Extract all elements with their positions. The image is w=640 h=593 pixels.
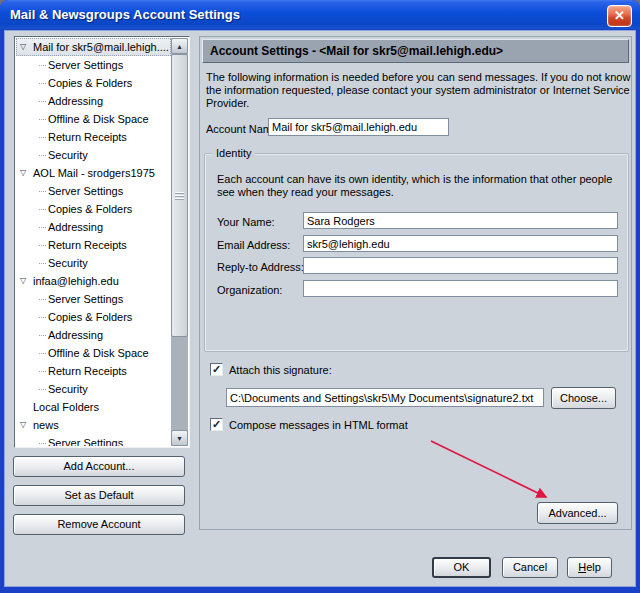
tree-scrollbar[interactable]: ▲ ▼ [171,38,188,446]
add-account-button[interactable]: Add Account... [13,456,185,477]
ok-button[interactable]: OK [432,557,491,578]
tree-item-label: Offline & Disk Space [48,113,149,125]
email-address-input[interactable] [303,235,618,252]
tree-item-label: Security [48,383,88,395]
attach-signature-checkbox[interactable]: ✓ [210,363,223,376]
tree-item-label: Return Receipts [48,239,127,251]
intro-text: The following information is needed befo… [206,71,632,110]
twisty-open-icon[interactable]: ▽ [20,164,33,182]
twisty-open-icon[interactable]: ▽ [20,416,33,434]
tree-item[interactable]: ▽infaa@lehigh.edu [16,272,171,290]
tree-item-label: Mail for skr5@mail.lehigh.... [33,41,169,53]
tree-item-label: Security [48,257,88,269]
tree-item-label: Copies & Folders [48,203,132,215]
tree-item-label: Local Folders [33,401,99,413]
tree-item[interactable]: Copies & Folders [16,74,171,92]
tree-item[interactable]: Offline & Disk Space [16,110,171,128]
identity-legend: Identity [212,147,255,159]
compose-html-checkbox[interactable]: ✓ [210,418,223,431]
choose-signature-button[interactable]: Choose... [551,387,616,409]
tree-item-label: Return Receipts [48,131,127,143]
scrollbar-track[interactable] [171,54,188,430]
tree-item[interactable]: Local Folders [16,398,171,416]
compose-html-label: Compose messages in HTML format [229,419,408,431]
tree-item[interactable]: ▽AOL Mail - srodgers1975 [16,164,171,182]
account-tree: ▽Mail for skr5@mail.lehigh....Server Set… [16,38,171,446]
tree-item[interactable]: ▽Mail for skr5@mail.lehigh.... [16,38,171,56]
tree-item-label: Copies & Folders [48,311,132,323]
set-as-default-button[interactable]: Set as Default [13,485,185,506]
scroll-down-icon: ▼ [176,435,183,442]
tree-item-label: Security [48,149,88,161]
accounts-tree-panel: ▽Mail for skr5@mail.lehigh....Server Set… [14,36,190,448]
scrollbar-thumb[interactable] [171,54,188,337]
tree-item[interactable]: Return Receipts [16,236,171,254]
organization-input[interactable] [303,280,618,297]
advanced-button[interactable]: Advanced... [537,502,618,524]
tree-item[interactable]: Addressing [16,92,171,110]
email-address-label: Email Address: [217,239,290,251]
tree-item-label: infaa@lehigh.edu [33,275,119,287]
organization-label: Organization: [217,284,282,296]
reply-to-label: Reply-to Address: [217,261,304,273]
tree-item[interactable]: ▽news [16,416,171,434]
tree-item-label: Addressing [48,95,103,107]
your-name-input[interactable] [303,212,618,229]
reply-to-input[interactable] [303,257,618,274]
tree-item[interactable]: Server Settings [16,182,171,200]
tree-item[interactable]: Copies & Folders [16,200,171,218]
scroll-down-button[interactable]: ▼ [171,430,188,446]
tree-item[interactable]: Security [16,254,171,272]
tree-item[interactable]: Server Settings [16,56,171,74]
tree-item[interactable]: Copies & Folders [16,308,171,326]
tree-item-label: Copies & Folders [48,77,132,89]
tree-item-label: AOL Mail - srodgers1975 [33,167,155,179]
scroll-up-icon: ▲ [176,43,183,50]
tree-item-label: Return Receipts [48,365,127,377]
window-title: Mail & Newsgroups Account Settings [10,0,240,29]
attach-signature-label: Attach this signature: [229,364,332,376]
pane-title: Account Settings - <Mail for skr5@mail.l… [202,39,629,63]
tree-item[interactable]: Server Settings [16,290,171,308]
tree-item[interactable]: Return Receipts [16,362,171,380]
scroll-up-button[interactable]: ▲ [171,38,188,54]
tree-item[interactable]: Return Receipts [16,128,171,146]
tree-item-label: Server Settings [48,59,123,71]
tree-item-label: Server Settings [48,185,123,197]
tree-item-label: news [33,419,59,431]
tree-item-label: Server Settings [48,293,123,305]
titlebar[interactable]: Mail & Newsgroups Account Settings ✕ [0,0,640,30]
tree-item[interactable]: Security [16,146,171,164]
tree-item-label: Server Settings [48,437,123,446]
tree-item[interactable]: Addressing [16,326,171,344]
account-settings-dialog: Mail & Newsgroups Account Settings ✕ ▽Ma… [0,0,640,593]
scrollbar-grip [175,192,184,200]
tree-item[interactable]: Offline & Disk Space [16,344,171,362]
account-name-input[interactable] [268,118,449,136]
tree-item-label: Addressing [48,221,103,233]
help-button[interactable]: Help [567,557,612,578]
tree-item-label: Offline & Disk Space [48,347,149,359]
close-icon: ✕ [614,8,625,23]
cancel-button[interactable]: Cancel [502,557,558,578]
tree-item[interactable]: Server Settings [16,434,171,446]
identity-description: Each account can have its own identity, … [217,173,623,199]
close-button[interactable]: ✕ [607,5,632,27]
twisty-open-icon[interactable]: ▽ [20,38,33,56]
tree-item[interactable]: Addressing [16,218,171,236]
your-name-label: Your Name: [217,216,275,228]
signature-path-input[interactable] [226,388,544,407]
twisty-open-icon[interactable]: ▽ [20,272,33,290]
tree-item-label: Addressing [48,329,103,341]
remove-account-button[interactable]: Remove Account [13,514,185,535]
tree-item[interactable]: Security [16,380,171,398]
